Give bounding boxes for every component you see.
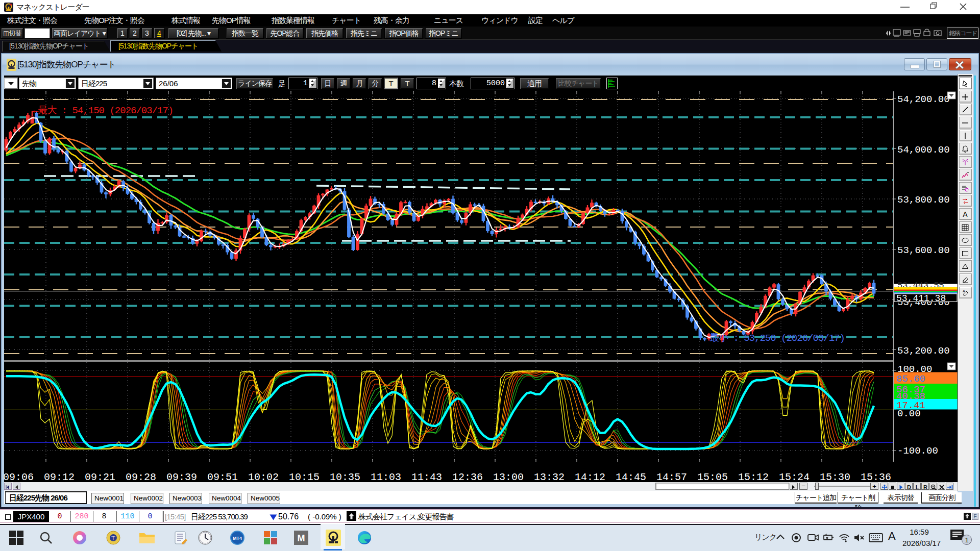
svg-text:10:02: 10:02 (248, 471, 279, 482)
svg-text:-100.00: -100.00 (897, 445, 938, 457)
svg-text:54,200.00: 54,200.00 (897, 94, 950, 105)
svg-text:10:15: 10:15 (289, 471, 320, 482)
svg-text:15:30: 15:30 (820, 471, 850, 482)
svg-text:R: R (923, 484, 927, 490)
svg-text:15:36: 15:36 (861, 471, 891, 482)
svg-text:王: 王 (111, 536, 116, 541)
svg-text:09:51: 09:51 (207, 471, 238, 482)
svg-text:0.00: 0.00 (897, 408, 921, 419)
svg-text:MT4: MT4 (233, 536, 242, 541)
svg-text:13:32: 13:32 (534, 471, 565, 482)
svg-text:14:57: 14:57 (656, 471, 687, 482)
svg-text:15:12: 15:12 (738, 471, 769, 482)
svg-text:85.60: 85.60 (896, 373, 925, 385)
svg-text:14:12: 14:12 (575, 471, 605, 482)
svg-text:←最大 : 54,150 (2026/03/17): ←最大 : 54,150 (2026/03/17) (33, 105, 173, 116)
svg-text:53,200.00: 53,200.00 (897, 345, 950, 357)
svg-text:D: D (907, 484, 911, 490)
svg-text:M: M (298, 533, 305, 543)
svg-text:09:21: 09:21 (85, 471, 115, 482)
svg-text:53,600.00: 53,600.00 (897, 245, 950, 256)
svg-text:10:35: 10:35 (330, 471, 360, 482)
svg-text:09:39: 09:39 (166, 471, 197, 482)
svg-text:15:24: 15:24 (779, 471, 810, 482)
svg-text:53,800.00: 53,800.00 (897, 194, 950, 206)
svg-text:A: A (963, 289, 965, 293)
svg-text:14:45: 14:45 (616, 471, 646, 482)
svg-text:L: L (916, 484, 919, 490)
svg-text:最小 : 53,250 (2026/03/17): 最小 : 53,250 (2026/03/17) (709, 332, 845, 344)
svg-text:09:28: 09:28 (126, 471, 156, 482)
svg-text:13:00: 13:00 (493, 471, 524, 482)
svg-text:53,411.38: 53,411.38 (896, 293, 946, 304)
svg-text:12:36: 12:36 (452, 471, 483, 482)
svg-text:11:43: 11:43 (411, 471, 442, 482)
svg-text:09:06: 09:06 (4, 471, 34, 482)
svg-text:09:12: 09:12 (44, 471, 75, 482)
svg-text:11:03: 11:03 (371, 471, 401, 482)
svg-text:A: A (963, 210, 968, 218)
svg-text:15:05: 15:05 (697, 471, 728, 482)
svg-text:54,000.00: 54,000.00 (897, 144, 950, 156)
